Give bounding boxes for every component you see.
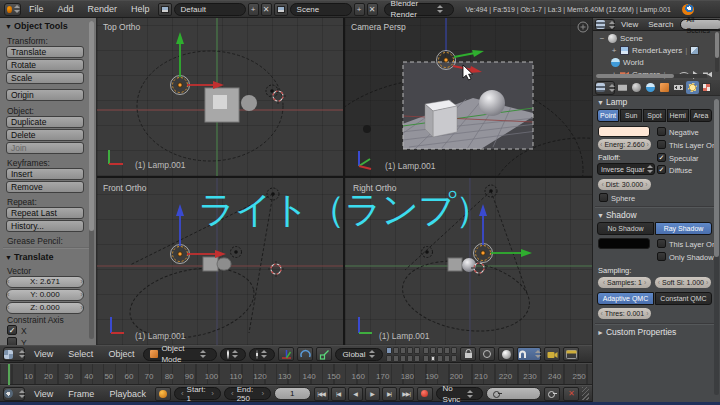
editor-type-selector[interactable] <box>3 387 25 401</box>
history-button[interactable]: History... <box>6 220 84 232</box>
remove-keyframe-button[interactable]: Remove <box>6 181 84 193</box>
lamp-type-point[interactable]: Point <box>597 109 619 122</box>
tab-object[interactable] <box>658 81 671 94</box>
selected-lamp-object[interactable] <box>171 245 190 264</box>
layer-cell[interactable] <box>423 355 429 362</box>
sync-mode-selector[interactable]: No Sync <box>436 387 484 400</box>
tab-texture[interactable] <box>700 81 713 94</box>
layer-cell[interactable] <box>451 355 457 362</box>
distance-field[interactable]: ‹Dist: 30.000› <box>598 179 651 190</box>
viewport-shading-selector[interactable] <box>220 348 246 361</box>
transform-orientation-selector[interactable]: Global <box>335 348 383 361</box>
play-reverse-button[interactable]: ◀ <box>348 387 363 401</box>
current-frame-field[interactable]: 1 <box>274 387 311 400</box>
vector-z-field[interactable]: ‹Z: 0.000› <box>6 302 84 314</box>
scale-button[interactable]: Scale <box>6 72 84 84</box>
render-opengl-still-button[interactable] <box>544 347 560 361</box>
frame-end-field[interactable]: ‹End: 250› <box>224 387 271 400</box>
render-opengl-anim-button[interactable] <box>563 347 579 361</box>
editor-type-selector[interactable] <box>595 19 615 30</box>
layer-grid-secondary[interactable] <box>423 347 457 362</box>
screen-layout-selector[interactable]: Default <box>174 3 246 16</box>
menu-playback[interactable]: Playback <box>103 386 152 402</box>
spin-right-icon[interactable]: › <box>80 277 83 287</box>
vector-x-field[interactable]: ‹X: 2.671› <box>6 276 84 288</box>
next-keyframe-button[interactable]: ▶| <box>382 387 397 401</box>
menu-add[interactable]: Add <box>52 1 80 17</box>
viewport-horizontal-splitter[interactable] <box>97 176 592 178</box>
insert-keyframes-button[interactable] <box>544 387 560 401</box>
outliner-row-scene[interactable]: − Scene <box>599 33 643 44</box>
this-layer-only-checkbox[interactable] <box>657 140 666 149</box>
duplicate-button[interactable]: Duplicate <box>6 116 84 128</box>
sphere-object[interactable] <box>479 90 505 116</box>
lamp-type-area[interactable]: Area <box>690 109 712 122</box>
keying-set-field[interactable] <box>486 387 541 400</box>
layer-cell[interactable] <box>430 347 436 354</box>
translate-button[interactable]: Translate <box>6 46 84 58</box>
negative-checkbox[interactable] <box>657 127 666 136</box>
lamp-panel-header[interactable]: ▼Lamp <box>597 97 627 107</box>
jump-to-end-button[interactable]: ▶▶| <box>399 387 414 401</box>
scene-selector[interactable]: Scene <box>290 3 352 16</box>
layer-cell[interactable] <box>451 347 457 354</box>
disclosure-icon[interactable]: + <box>611 46 617 55</box>
lamp-type-spot[interactable]: Spot <box>643 109 665 122</box>
layer-cell[interactable] <box>414 347 420 354</box>
viewport-vertical-splitter[interactable] <box>343 18 345 345</box>
snap-toggle[interactable] <box>517 347 541 361</box>
add-layout-button[interactable]: + <box>248 3 259 16</box>
spin-right-icon[interactable]: › <box>647 141 649 148</box>
menu-search[interactable]: Search <box>644 19 677 31</box>
specular-checkbox[interactable]: ✓ <box>657 153 666 162</box>
menu-object[interactable]: Object <box>102 346 140 362</box>
vector-y-field[interactable]: ‹Y: 0.000› <box>6 289 84 301</box>
delete-keyframes-button[interactable]: ✕ <box>563 387 579 401</box>
pivot-point-selector[interactable] <box>249 348 275 361</box>
spin-right-icon[interactable]: › <box>261 389 264 398</box>
lamp-type-sun[interactable]: Sun <box>620 109 642 122</box>
insert-keyframe-button[interactable]: Insert <box>6 168 84 180</box>
area-resize-grip[interactable] <box>582 387 589 400</box>
menu-help[interactable]: Help <box>125 1 156 17</box>
layer-cell[interactable] <box>414 355 420 362</box>
viewport-camera-persp[interactable]: Camera Persp (1) Lamp.001 <box>345 18 592 176</box>
current-frame-indicator[interactable] <box>8 364 10 386</box>
spin-left-icon[interactable]: ‹ <box>7 277 10 287</box>
outliner-row-world[interactable]: World <box>611 57 644 68</box>
spin-right-icon[interactable]: › <box>646 310 648 317</box>
layer-cell[interactable] <box>437 355 443 362</box>
layer-cell[interactable] <box>444 347 450 354</box>
spin-right-icon[interactable]: › <box>80 303 83 313</box>
constant-qmc-button[interactable]: Constant QMC <box>655 292 712 305</box>
manipulator-scale-toggle[interactable] <box>316 347 332 361</box>
screen-layout-browse-icon[interactable] <box>158 3 172 16</box>
repeat-last-button[interactable]: Repeat Last <box>6 207 84 219</box>
lock-to-scene-toggle[interactable] <box>460 347 476 361</box>
layer-cell[interactable] <box>400 347 406 354</box>
lamp-type-hemi[interactable]: Hemi <box>667 109 689 122</box>
jump-to-start-button[interactable]: |◀◀ <box>314 387 329 401</box>
use-preview-range-toggle[interactable] <box>155 387 171 401</box>
layer-grid-primary[interactable] <box>386 347 420 362</box>
menu-frame[interactable]: Frame <box>62 386 100 402</box>
tab-constraints[interactable] <box>672 81 685 94</box>
soft-size-field[interactable]: ‹Soft Si: 1.000› <box>655 277 711 288</box>
manipulator-translate-toggle[interactable] <box>278 347 294 361</box>
render-engine-selector[interactable]: Blender Render <box>384 3 454 16</box>
disclosure-icon[interactable]: − <box>599 34 605 43</box>
adaptive-qmc-button[interactable]: Adaptive QMC <box>597 292 654 305</box>
no-shadow-button[interactable]: No Shadow <box>597 222 654 235</box>
constraint-y-checkbox[interactable] <box>7 337 17 345</box>
spin-right-icon[interactable]: › <box>644 279 646 286</box>
energy-field[interactable]: ‹Energ: 2.660› <box>598 139 651 150</box>
layer-cell[interactable] <box>430 355 436 362</box>
sphere-checkbox[interactable] <box>599 193 608 202</box>
record-button[interactable] <box>417 387 433 401</box>
delete-layout-button[interactable]: ✕ <box>261 3 272 16</box>
threshold-field[interactable]: ‹Thres: 0.001› <box>598 308 651 319</box>
proportional-edit-toggle[interactable] <box>479 347 495 361</box>
tab-scene[interactable] <box>630 81 643 94</box>
outliner-vertical-scrollbar[interactable] <box>715 32 719 72</box>
spin-left-icon[interactable]: ‹ <box>603 279 605 286</box>
